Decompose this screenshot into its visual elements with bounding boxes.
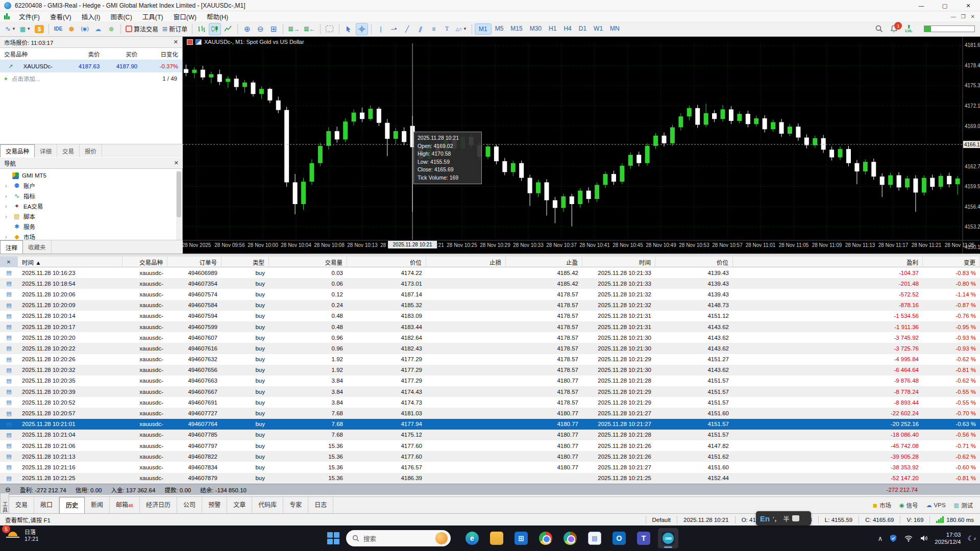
history-row[interactable]: ▤2025.11.28 10:21:04xauusdc-494607785buy… bbox=[0, 430, 980, 440]
timeframe-H1[interactable]: H1 bbox=[545, 23, 560, 35]
history-row[interactable]: ▤2025.11.28 10:21:13xauusdc-494607822buy… bbox=[0, 451, 980, 462]
bar-chart-button[interactable] bbox=[195, 23, 208, 35]
timeframe-M15[interactable]: M15 bbox=[507, 23, 526, 35]
taskbar-weather-widget[interactable]: 5 日落 17:21 bbox=[5, 528, 39, 543]
history-row[interactable]: ▤2025.11.28 10:21:16xauusdc-494607834buy… bbox=[0, 462, 980, 472]
history-row[interactable]: ▤2025.11.28 10:20:14xauusdc-494607594buy… bbox=[0, 311, 980, 321]
depth-of-market-icon[interactable] bbox=[187, 39, 193, 45]
fibonacci-tool[interactable]: ≡ bbox=[428, 23, 440, 35]
start-button[interactable] bbox=[327, 532, 340, 545]
history-row[interactable]: ▤2025.11.28 10:18:54xauusdc-494607354buy… bbox=[0, 278, 980, 289]
focus-assist-icon[interactable]: ☾z bbox=[967, 534, 976, 542]
algo-trading-button[interactable]: 算法交易 bbox=[124, 23, 160, 35]
expander-icon[interactable]: › bbox=[5, 203, 12, 209]
security-shield-icon[interactable] bbox=[889, 534, 897, 542]
taskbar-app-chrome-beta[interactable] bbox=[560, 528, 580, 548]
chart-style-dropdown[interactable]: ∿▼ bbox=[4, 23, 17, 35]
close-button[interactable]: ✕ bbox=[957, 0, 980, 11]
taskbar-clock[interactable]: 17:03 2025/12/4 bbox=[935, 531, 961, 545]
history-row[interactable]: ▤2025.11.28 10:21:25xauusdc-494607879buy… bbox=[0, 473, 980, 484]
chart-profile-dropdown[interactable]: ▦▼ bbox=[18, 23, 32, 35]
navigator-item-账户[interactable]: ›⚉账户 bbox=[0, 181, 183, 191]
menu-item-插入(I)[interactable]: 插入(I) bbox=[77, 11, 106, 22]
shortcut-VPS[interactable]: ☁VPS bbox=[926, 502, 946, 509]
tab-交易品种[interactable]: 交易品种 bbox=[0, 144, 35, 157]
col-symbol[interactable]: 交易品种 bbox=[0, 50, 64, 58]
market-watch-row-xauusdc[interactable]: ↗XAUUSDc- 4187.63 4187.90 -0.37% bbox=[0, 60, 182, 72]
col-bid[interactable]: 卖价 bbox=[64, 50, 104, 58]
navigator-item-脚本[interactable]: ›▤脚本 bbox=[0, 211, 183, 221]
toolbox-tab-交易[interactable]: 交易 bbox=[9, 497, 34, 513]
history-row[interactable]: ▤2025.11.28 10:20:26xauusdc-494607632buy… bbox=[0, 354, 980, 365]
history-row[interactable]: ▤2025.11.28 10:20:39xauusdc-494607667buy… bbox=[0, 386, 980, 397]
toolbox-tab-日志[interactable]: 日志 bbox=[308, 497, 333, 513]
history-col-6-止损[interactable]: 止损 bbox=[426, 257, 506, 267]
minimize-button[interactable]: — bbox=[910, 0, 933, 11]
ime-status-popup[interactable]: En '， 半 bbox=[756, 511, 811, 525]
vertical-line-tool[interactable]: ∣ bbox=[375, 23, 387, 35]
timeframe-H4[interactable]: H4 bbox=[560, 23, 575, 35]
zoom-in-button[interactable]: ⊕ bbox=[241, 23, 253, 35]
volume-icon[interactable] bbox=[920, 535, 928, 542]
market-store-icon[interactable]: ⬢ bbox=[65, 23, 78, 35]
community-icon[interactable]: ⊛ bbox=[105, 23, 117, 35]
zoom-out-button[interactable]: ⊖ bbox=[254, 23, 266, 35]
shift-end-button[interactable]: 𝌆→ bbox=[286, 23, 301, 35]
menu-item-文件(F)[interactable]: 文件(F) bbox=[14, 11, 45, 22]
history-col-7-止盈[interactable]: 止盈 bbox=[506, 257, 582, 267]
toolbox-tab-敞口[interactable]: 敞口 bbox=[34, 497, 59, 513]
status-profile[interactable]: Default bbox=[646, 517, 677, 523]
history-col-9-价位[interactable]: 价位 bbox=[655, 257, 733, 267]
signals-icon[interactable]: (◉) bbox=[79, 23, 91, 35]
tab-收藏夹[interactable]: 收藏夹 bbox=[23, 240, 52, 254]
shift-back-button[interactable]: 𝌆← bbox=[302, 23, 317, 35]
text-tool[interactable]: T bbox=[441, 23, 453, 35]
navigator-item-EA交易[interactable]: ›✦EA交易 bbox=[0, 201, 183, 211]
taskbar-app-chrome[interactable] bbox=[535, 528, 556, 548]
history-col-2-订单号[interactable]: 订单号 bbox=[167, 257, 222, 267]
history-row[interactable]: ▤2025.11.28 10:21:01xauusdc-494607764buy… bbox=[0, 419, 980, 430]
menu-item-窗口(W)[interactable]: 窗口(W) bbox=[168, 11, 202, 22]
wifi-icon[interactable] bbox=[904, 535, 913, 542]
cloud-icon[interactable]: ☁ bbox=[92, 23, 104, 35]
toolbox-close-icon[interactable]: ✕ bbox=[0, 257, 18, 267]
toolbox-tab-预警[interactable]: 预警 bbox=[202, 497, 227, 513]
candlestick-chart-button[interactable] bbox=[209, 23, 221, 35]
shortcut-市场[interactable]: ◼市场 bbox=[873, 501, 891, 509]
market-watch-add-row[interactable]: + 点击添加... 1 / 49 bbox=[0, 72, 182, 85]
shapes-dropdown[interactable]: △○▼ bbox=[454, 23, 469, 35]
navigator-item-指标[interactable]: ›∿指标 bbox=[0, 191, 183, 201]
menu-item-帮助(H)[interactable]: 帮助(H) bbox=[202, 11, 233, 22]
history-col-4-交易量[interactable]: 交易量 bbox=[269, 257, 347, 267]
toolbox-tab-经济日历[interactable]: 经济日历 bbox=[140, 497, 177, 513]
history-row[interactable]: ▤2025.11.28 10:20:32xauusdc-494607656buy… bbox=[0, 365, 980, 375]
notifications-bell-icon[interactable]: 1 bbox=[890, 25, 898, 33]
child-restore-button[interactable]: ❐ bbox=[961, 14, 966, 19]
tab-注释[interactable]: 注释 bbox=[0, 240, 23, 254]
toolbox-tab-历史[interactable]: 历史 bbox=[59, 497, 85, 513]
taskbar-app-store[interactable]: ⊞ bbox=[511, 528, 531, 548]
history-col-11-变更[interactable]: 变更 bbox=[923, 257, 980, 267]
market-watch-close-icon[interactable]: ✕ bbox=[174, 39, 178, 45]
history-row[interactable]: ▤2025.11.28 10:20:22xauusdc-494607616buy… bbox=[0, 343, 980, 354]
new-order-button[interactable]: ⊞新订单 bbox=[161, 23, 189, 35]
menu-item-图表(C)[interactable]: 图表(C) bbox=[105, 11, 137, 22]
history-col-10-盈利[interactable]: 盈利 bbox=[733, 257, 923, 267]
tile-windows-button[interactable]: ⊞ bbox=[267, 23, 280, 35]
shortcut-测试[interactable]: ▥测试 bbox=[954, 501, 973, 509]
navigator-root[interactable]: GMI MT5 bbox=[0, 170, 183, 181]
history-row[interactable]: ▤2025.11.28 10:16:23xauusdc-494606989buy… bbox=[0, 267, 980, 278]
col-ask[interactable]: 买价 bbox=[104, 50, 141, 58]
timeframe-M5[interactable]: M5 bbox=[492, 23, 507, 35]
tray-chevron-icon[interactable]: ∧ bbox=[878, 535, 883, 542]
history-row[interactable]: ▤2025.11.28 10:20:35xauusdc-494607663buy… bbox=[0, 375, 980, 386]
expander-icon[interactable]: › bbox=[5, 213, 12, 219]
channel-tool[interactable]: ∥ bbox=[414, 23, 427, 35]
history-row[interactable]: ▤2025.11.28 10:20:17xauusdc-494607599buy… bbox=[0, 321, 980, 332]
timeframe-D1[interactable]: D1 bbox=[575, 23, 590, 35]
horizontal-line-tool[interactable]: ‒• bbox=[388, 23, 400, 35]
history-col-0-时间[interactable]: 时间 ▲ bbox=[18, 257, 122, 267]
expander-icon[interactable]: › bbox=[5, 193, 12, 199]
lvl-upgrade-icon[interactable]: ⬆LVL bbox=[905, 25, 913, 33]
maximize-button[interactable]: ▢ bbox=[933, 0, 957, 11]
